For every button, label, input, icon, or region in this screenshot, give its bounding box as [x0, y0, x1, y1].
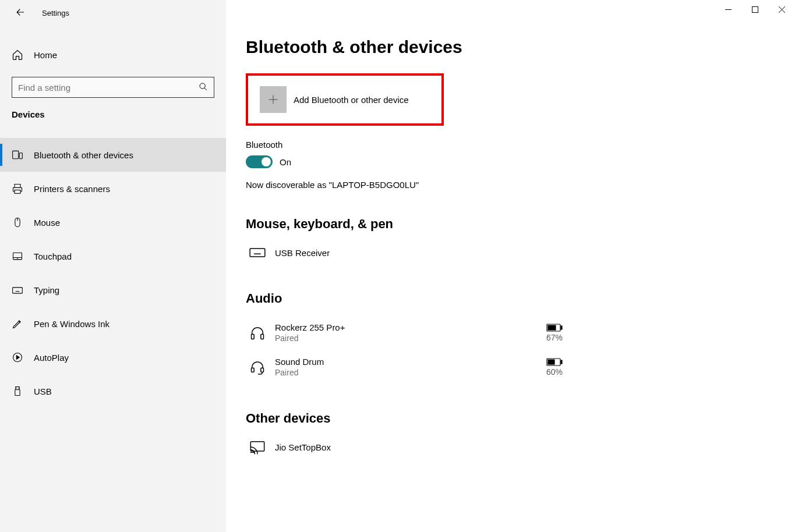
keyboard-sb-icon — [12, 284, 23, 296]
device-name: USB Receiver — [275, 248, 572, 258]
sidebar-item-label: Printers & scanners — [34, 184, 110, 194]
sidebar: Settings Home Devices Bluetooth & other … — [0, 0, 226, 532]
svg-rect-3 — [15, 190, 20, 194]
sidebar-item-autoplay[interactable]: AutoPlay — [0, 341, 226, 374]
device-name: Rockerz 255 Pro+ — [275, 322, 537, 332]
sidebar-item-label: AutoPlay — [34, 353, 69, 363]
section-title: Other devices — [246, 411, 775, 426]
category-label: Devices — [0, 98, 226, 126]
section-other: Other devices Jio SetTopBox — [246, 411, 775, 459]
device-row[interactable]: USB Receiver — [246, 241, 572, 264]
svg-rect-18 — [261, 368, 264, 372]
cast-icon — [246, 439, 269, 455]
sidebar-item-label: Typing — [34, 285, 59, 295]
svg-rect-21 — [548, 360, 554, 364]
battery-percent: 67% — [546, 333, 563, 342]
autoplay-icon — [12, 352, 23, 363]
sidebar-item-printers[interactable]: Printers & scanners — [0, 172, 226, 205]
section-title: Mouse, keyboard, & pen — [246, 217, 775, 232]
sidebar-item-bluetooth[interactable]: Bluetooth & other devices — [0, 138, 226, 172]
main-content: Bluetooth & other devices Add Bluetooth … — [226, 0, 795, 532]
minimize-button[interactable] — [715, 0, 741, 19]
svg-rect-15 — [561, 326, 562, 329]
plus-icon — [260, 86, 287, 113]
device-name: Jio SetTopBox — [275, 442, 572, 452]
discoverable-text: Now discoverable as "LAPTOP-B5DGO0LU" — [246, 180, 775, 190]
search-input[interactable] — [18, 83, 199, 93]
svg-rect-17 — [252, 368, 255, 372]
battery-percent: 60% — [546, 367, 563, 377]
bluetooth-label: Bluetooth — [246, 140, 775, 150]
sidebar-header: Settings — [0, 0, 226, 26]
touchpad-icon — [12, 250, 23, 262]
battery-icon — [546, 358, 563, 366]
page-title: Bluetooth & other devices — [246, 37, 775, 57]
bluetooth-toggle-row: On — [246, 155, 775, 168]
section-title: Audio — [246, 291, 775, 306]
home-label: Home — [34, 50, 57, 60]
sidebar-item-label: Pen & Windows Ink — [34, 319, 109, 329]
svg-rect-6 — [13, 288, 23, 293]
search-box[interactable] — [12, 77, 214, 98]
section-mouse-keyboard: Mouse, keyboard, & pen USB Receiver — [246, 217, 775, 264]
maximize-button[interactable] — [741, 0, 768, 19]
device-status: Paired — [275, 334, 537, 343]
device-name: Sound Drum — [275, 357, 537, 367]
device-row[interactable]: Rockerz 255 Pro+ Paired 67% — [246, 315, 572, 350]
home-link[interactable]: Home — [0, 42, 226, 68]
bluetooth-state: On — [280, 157, 291, 167]
svg-rect-13 — [261, 334, 264, 339]
battery-indicator: 60% — [537, 358, 572, 377]
battery-indicator: 67% — [537, 324, 572, 342]
devices-icon — [12, 149, 23, 161]
sidebar-item-usb[interactable]: USB — [0, 374, 226, 408]
svg-rect-16 — [548, 325, 556, 330]
bluetooth-toggle[interactable] — [246, 155, 273, 168]
search-icon — [199, 82, 208, 93]
window-controls — [715, 0, 795, 19]
home-icon — [12, 49, 23, 61]
svg-rect-22 — [250, 442, 264, 451]
nav-list: Bluetooth & other devices Printers & sca… — [0, 138, 226, 408]
svg-rect-8 — [16, 387, 20, 390]
svg-rect-11 — [250, 249, 265, 257]
device-row[interactable]: Sound Drum Paired 60% — [246, 350, 572, 384]
close-button[interactable] — [768, 0, 795, 19]
device-row[interactable]: Jio SetTopBox — [246, 435, 572, 459]
pen-icon — [12, 318, 23, 329]
svg-point-0 — [200, 83, 205, 88]
svg-rect-9 — [15, 390, 20, 396]
add-device-label: Add Bluetooth or other device — [294, 95, 409, 105]
usb-sb-icon — [12, 385, 23, 397]
keyboard-icon — [246, 244, 269, 261]
svg-rect-20 — [561, 360, 562, 364]
sidebar-item-label: USB — [34, 386, 52, 396]
sidebar-item-touchpad[interactable]: Touchpad — [0, 239, 226, 273]
sidebar-item-mouse[interactable]: Mouse — [0, 205, 226, 239]
mouse-sb-icon — [12, 217, 23, 228]
svg-rect-12 — [252, 334, 255, 339]
sidebar-item-label: Touchpad — [34, 251, 72, 261]
sidebar-item-label: Mouse — [34, 218, 60, 228]
headphones-icon — [246, 325, 269, 341]
section-audio: Audio Rockerz 255 Pro+ Paired 67% Sound … — [246, 291, 775, 384]
battery-icon — [546, 324, 563, 332]
add-device-button[interactable]: Add Bluetooth or other device — [246, 73, 444, 126]
device-status: Paired — [275, 368, 537, 377]
app-title: Settings — [42, 9, 69, 17]
sidebar-item-label: Bluetooth & other devices — [34, 150, 133, 160]
sidebar-item-pen[interactable]: Pen & Windows Ink — [0, 307, 226, 341]
svg-rect-2 — [19, 153, 22, 159]
back-icon[interactable] — [15, 7, 26, 19]
svg-rect-10 — [752, 6, 758, 12]
headset-icon — [246, 359, 269, 375]
sidebar-item-typing[interactable]: Typing — [0, 273, 226, 307]
printer-icon — [12, 183, 23, 194]
svg-rect-1 — [13, 151, 19, 158]
